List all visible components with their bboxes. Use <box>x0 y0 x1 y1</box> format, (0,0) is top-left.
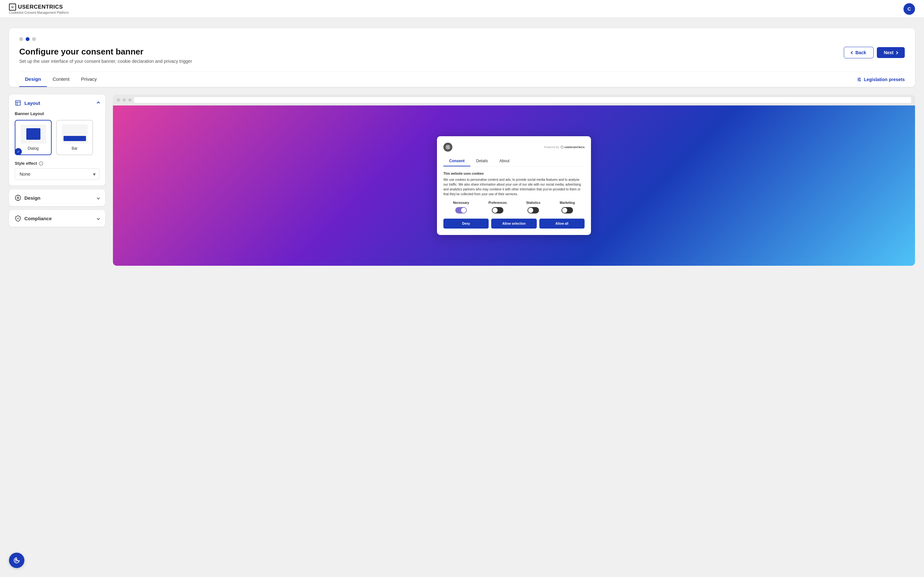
svg-point-21 <box>15 559 16 560</box>
cookie-logo-icon <box>446 145 450 149</box>
toggle-necessary-switch[interactable] <box>455 207 467 213</box>
compliance-accordion: Compliance <box>9 210 105 227</box>
design-accordion-header[interactable]: Design <box>9 189 105 206</box>
browser-dot-3 <box>128 98 132 102</box>
wizard-title-block: Configure your consent banner Set up the… <box>19 47 192 64</box>
toggle-marketing: Marketing <box>560 201 575 213</box>
toggle-statistics: Statistics <box>526 201 540 213</box>
svg-point-18 <box>448 146 449 147</box>
toggle-preferences: Preferences <box>488 201 507 213</box>
floating-cookie-icon <box>13 557 20 564</box>
style-effect-select[interactable]: None Blur Darken <box>15 168 99 180</box>
layout-header-left: Layout <box>15 100 40 106</box>
tab-design[interactable]: Design <box>19 72 47 87</box>
shield-icon <box>15 215 21 221</box>
logo-icon: U <box>9 3 16 11</box>
svg-rect-6 <box>16 101 21 105</box>
browser-dot-1 <box>117 98 120 102</box>
design-accordion: Design <box>9 189 105 206</box>
powered-by: Powered by USERCENTRICS <box>544 145 585 149</box>
deny-button[interactable]: Deny <box>443 219 489 229</box>
tab-privacy[interactable]: Privacy <box>75 72 103 87</box>
compliance-accordion-header[interactable]: Compliance <box>9 210 105 227</box>
style-effect-label: Style effect <box>15 161 99 166</box>
layout-options: Dialog ✓ Bar <box>15 120 99 155</box>
wizard-card: Configure your consent banner Set up the… <box>9 28 915 87</box>
tabs-list: Design Content Privacy <box>19 72 103 87</box>
next-button[interactable]: Next <box>877 47 905 58</box>
bar-preview-inner <box>63 136 86 141</box>
consent-body-text: This website uses cookies We use cookies… <box>443 171 585 197</box>
floating-cookie-button[interactable] <box>9 553 24 568</box>
step-dot-1 <box>19 37 23 41</box>
allow-selection-button[interactable]: Allow selection <box>491 219 536 229</box>
wizard-subtitle: Set up the user interface of your consen… <box>19 59 192 64</box>
toggle-necessary: Necessary <box>453 201 469 213</box>
browser-dot-2 <box>123 98 126 102</box>
toggle-knob <box>493 208 498 213</box>
compliance-chevron-icon <box>97 217 100 220</box>
svg-point-24 <box>16 561 16 561</box>
legislation-presets-button[interactable]: Legislation presets <box>857 74 905 85</box>
allow-all-button[interactable]: Allow all <box>540 219 585 229</box>
two-col-layout: Layout Banner Layout Dialog ✓ <box>9 95 915 266</box>
toggle-knob <box>562 208 567 213</box>
svg-point-23 <box>17 560 18 561</box>
layout-chevron-icon <box>97 101 100 105</box>
bar-preview <box>62 124 87 143</box>
design-header-left: Design <box>15 195 40 201</box>
layout-accordion-header[interactable]: Layout <box>9 95 105 111</box>
compliance-header-left: Compliance <box>15 215 52 221</box>
svg-point-3 <box>859 77 860 79</box>
wizard-header: Configure your consent banner Set up the… <box>19 47 905 64</box>
wizard-title: Configure your consent banner <box>19 47 192 57</box>
consent-tab-about[interactable]: About <box>494 156 515 166</box>
style-effect-select-wrapper[interactable]: None Blur Darken <box>15 168 99 180</box>
logo-subtitle: Cookiebot Consent Management Platform <box>9 11 69 15</box>
browser-chrome <box>113 95 915 105</box>
toggle-knob <box>461 208 466 213</box>
design-icon <box>15 195 21 201</box>
preview-gradient-bg: Powered by USERCENTRICS Consent De <box>113 105 915 266</box>
consent-tabs: Consent Details About <box>443 156 585 167</box>
design-chevron-icon <box>97 196 100 199</box>
consent-tab-consent[interactable]: Consent <box>443 156 470 166</box>
left-panel: Layout Banner Layout Dialog ✓ <box>9 95 105 266</box>
svg-point-5 <box>859 80 861 81</box>
svg-point-12 <box>15 195 21 201</box>
banner-layout-label: Banner Layout <box>15 111 99 116</box>
toggle-preferences-switch[interactable] <box>492 207 503 213</box>
back-button[interactable]: Back <box>844 47 873 58</box>
info-icon <box>39 161 43 166</box>
tab-content[interactable]: Content <box>47 72 75 87</box>
consent-dialog-header: Powered by USERCENTRICS <box>443 143 585 152</box>
svg-point-19 <box>448 147 449 148</box>
dialog-preview <box>21 124 46 143</box>
consent-toggles: Necessary Preferences Stat <box>443 201 585 213</box>
layout-accordion-body: Banner Layout Dialog ✓ <box>9 111 105 185</box>
step-dot-3 <box>32 37 36 41</box>
consent-logo-icon <box>443 143 452 152</box>
svg-point-16 <box>446 145 450 149</box>
toggle-knob <box>528 208 533 213</box>
consent-action-buttons: Deny Allow selection Allow all <box>443 219 585 229</box>
layout-option-bar[interactable]: Bar <box>56 120 93 155</box>
selected-check-icon: ✓ <box>15 148 22 155</box>
logo: U USERCENTRICS Cookiebot Consent Managem… <box>9 3 69 15</box>
toggle-marketing-switch[interactable] <box>561 207 573 213</box>
next-icon <box>895 51 898 54</box>
dialog-preview-inner <box>26 128 40 140</box>
svg-point-17 <box>447 147 447 147</box>
back-icon <box>851 51 854 54</box>
layout-option-dialog[interactable]: Dialog ✓ <box>15 120 52 155</box>
tabs-bar: Design Content Privacy Legislation prese… <box>19 71 905 87</box>
layout-accordion: Layout Banner Layout Dialog ✓ <box>9 95 105 185</box>
svg-point-13 <box>17 197 19 199</box>
preview-panel: Powered by USERCENTRICS Consent De <box>113 95 915 266</box>
consent-tab-details[interactable]: Details <box>470 156 494 166</box>
toggle-statistics-switch[interactable] <box>527 207 539 213</box>
step-indicator <box>19 37 905 41</box>
logo-text: U USERCENTRICS <box>9 3 69 11</box>
user-avatar[interactable]: C <box>903 3 915 15</box>
consent-dialog-preview: Powered by USERCENTRICS Consent De <box>437 136 591 235</box>
